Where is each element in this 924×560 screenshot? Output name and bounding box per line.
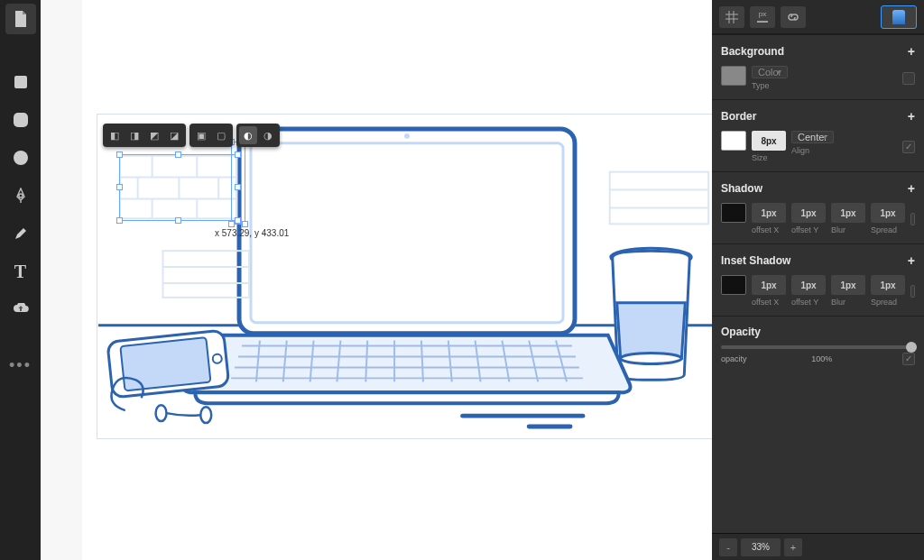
float-seg-3: ◐ ◑ — [236, 124, 280, 147]
add-background[interactable]: + — [908, 44, 915, 59]
shadow-enable-check[interactable] — [910, 213, 915, 225]
border-size-label: Size — [752, 153, 768, 162]
link-toggle[interactable] — [781, 6, 806, 28]
background-section: Background+ Color▾ Type — [712, 34, 924, 99]
border-size-input[interactable]: 8px — [752, 131, 786, 151]
shadow-blur-input[interactable]: 1px — [831, 203, 865, 223]
selection-box-2[interactable] — [231, 142, 245, 225]
border-color-swatch[interactable] — [721, 131, 746, 151]
border-align-dropdown[interactable]: Center▾ — [791, 131, 834, 143]
inset-blur-input[interactable]: 1px — [831, 275, 865, 295]
background-color-dropdown[interactable]: Color▾ — [752, 66, 788, 78]
background-swatch[interactable] — [721, 66, 746, 86]
border-align-label: Align — [791, 146, 809, 155]
left-toolbar: T ••• — [0, 0, 41, 560]
shadow-title: Shadow — [721, 182, 762, 195]
selection-box-1[interactable] — [119, 154, 238, 221]
background-enable-check[interactable] — [902, 72, 915, 85]
svg-point-2 — [621, 353, 682, 364]
float-btn-clip[interactable]: ◑ — [259, 126, 277, 144]
background-type-label: Type — [752, 81, 770, 90]
opacity-value: 100% — [811, 354, 832, 363]
rectangle-tool[interactable] — [5, 67, 36, 97]
canvas-area[interactable]: x 573.29, y 433.01 ◧ ◨ ◩ ◪ ▣ ▢ ◐ ◑ — [41, 0, 712, 560]
inset-shadow-title: Inset Shadow — [721, 254, 790, 267]
inset-shadow-enable-check[interactable] — [910, 285, 915, 298]
shadow-spread-input[interactable]: 1px — [871, 203, 905, 223]
inset-shadow-section: Inset Shadow+ 1pxoffset X 1pxoffset Y 1p… — [712, 243, 924, 316]
document-tool[interactable] — [5, 4, 36, 34]
svg-rect-39 — [610, 172, 708, 225]
user-avatar[interactable] — [881, 5, 917, 29]
inset-offsety-input[interactable]: 1px — [791, 275, 826, 295]
svg-rect-42 — [163, 251, 249, 298]
pen-tool[interactable] — [5, 180, 36, 211]
svg-point-24 — [212, 353, 222, 363]
float-btn-group[interactable]: ▣ — [192, 126, 210, 144]
opacity-enable-check[interactable] — [902, 353, 915, 365]
rounded-rectangle-tool[interactable] — [5, 105, 36, 135]
opacity-knob[interactable] — [906, 342, 917, 353]
units-toggle[interactable]: px▬▬ — [750, 6, 775, 28]
svg-point-26 — [200, 407, 211, 423]
add-border[interactable]: + — [908, 109, 915, 124]
zoom-bar: - 33% + — [712, 533, 924, 560]
pencil-tool[interactable] — [5, 218, 36, 249]
opacity-label: opacity — [721, 354, 747, 363]
shadow-section: Shadow+ 1pxoffset X 1pxoffset Y 1pxBlur … — [712, 171, 924, 243]
inset-offsetx-input[interactable]: 1px — [752, 275, 786, 295]
svg-rect-23 — [120, 337, 210, 390]
zoom-value[interactable]: 33% — [741, 538, 781, 556]
ellipse-tool[interactable] — [5, 142, 36, 173]
float-btn-subtract[interactable]: ◨ — [125, 126, 143, 144]
text-tool[interactable]: T — [5, 256, 36, 287]
more-tools[interactable]: ••• — [5, 350, 36, 381]
upload-tool[interactable] — [5, 294, 36, 325]
float-btn-mask[interactable]: ◐ — [239, 126, 257, 144]
inset-spread-input[interactable]: 1px — [871, 275, 905, 295]
add-inset-shadow[interactable]: + — [908, 253, 915, 268]
opacity-title: Opacity — [721, 326, 761, 338]
grid-toggle[interactable] — [719, 6, 744, 28]
shadow-offsety-input[interactable]: 1px — [791, 203, 826, 223]
float-btn-exclude[interactable]: ◪ — [165, 126, 183, 144]
add-shadow[interactable]: + — [908, 181, 915, 196]
opacity-slider[interactable] — [721, 345, 915, 349]
zoom-in-button[interactable]: + — [784, 538, 802, 556]
float-btn-intersect[interactable]: ◩ — [145, 126, 163, 144]
float-btn-ungroup[interactable]: ▢ — [212, 126, 230, 144]
zoom-out-button[interactable]: - — [719, 538, 737, 556]
shadow-color-swatch[interactable] — [721, 203, 746, 223]
selection-coordinates: x 573.29, y 433.01 — [215, 228, 289, 238]
svg-point-25 — [156, 405, 167, 421]
panel-topbar: px▬▬ — [712, 0, 924, 34]
float-seg-1: ◧ ◨ ◩ ◪ — [103, 124, 186, 147]
properties-panel: px▬▬ Background+ Color▾ Type Border+ — [712, 0, 924, 560]
border-section: Border+ 8px Size Center▾ Align — [712, 99, 924, 171]
artboard[interactable]: x 573.29, y 433.01 ◧ ◨ ◩ ◪ ▣ ▢ ◐ ◑ — [97, 114, 712, 439]
floating-toolbar: ◧ ◨ ◩ ◪ ▣ ▢ ◐ ◑ — [103, 124, 280, 147]
shadow-offsetx-input[interactable]: 1px — [752, 203, 786, 223]
svg-rect-4 — [251, 143, 563, 323]
inset-shadow-color-swatch[interactable] — [721, 275, 746, 295]
float-seg-2: ▣ ▢ — [189, 124, 233, 147]
float-btn-union[interactable]: ◧ — [106, 126, 124, 144]
border-enable-check[interactable] — [902, 141, 915, 153]
opacity-section: Opacity opacity 100% — [712, 316, 924, 374]
svg-point-5 — [404, 133, 410, 139]
background-title: Background — [721, 45, 784, 58]
border-title: Border — [721, 110, 756, 123]
